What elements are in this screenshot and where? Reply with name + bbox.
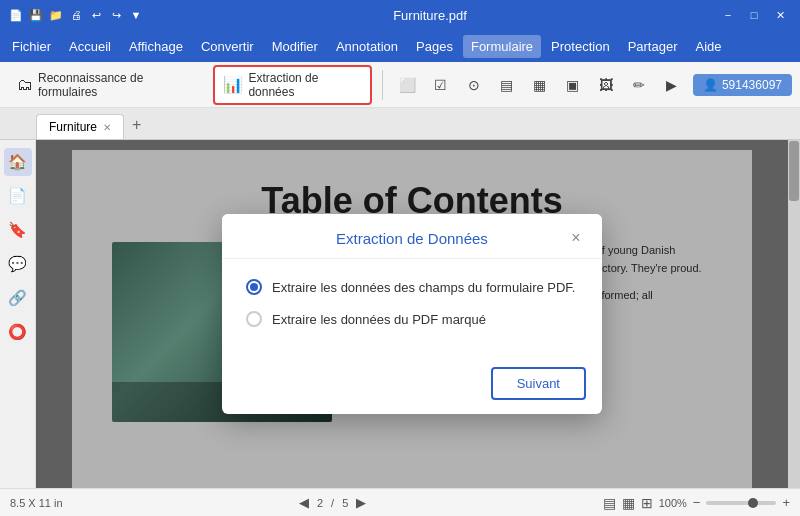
modal-title: Extraction de Données <box>258 230 566 247</box>
image-icon[interactable]: 🖼 <box>591 70 621 100</box>
modal-footer: Suivant <box>222 359 602 414</box>
separator-1 <box>382 70 383 100</box>
menu-protection[interactable]: Protection <box>543 35 618 58</box>
recognition-icon: 🗂 <box>17 76 33 94</box>
radio-circle-2[interactable] <box>246 311 262 327</box>
recognition-btn[interactable]: 🗂 Reconnaissance de formulaires <box>8 66 207 104</box>
prev-page-btn[interactable]: ◀ <box>299 495 309 510</box>
status-bar: 8.5 X 11 in ◀ 2 / 5 ▶ ▤ ▦ ⊞ 100% − + <box>0 488 800 516</box>
main-area: 🏠 📄 🔖 💬 🔗 ⭕ Table of Contents Vancouver … <box>0 140 800 488</box>
right-scrollbar[interactable] <box>788 140 800 488</box>
left-sidebar: 🏠 📄 🔖 💬 🔗 ⭕ <box>0 140 36 488</box>
maximize-button[interactable]: □ <box>742 5 766 25</box>
modal-close-btn[interactable]: × <box>566 228 586 248</box>
signature-icon[interactable]: ✏ <box>624 70 654 100</box>
sidebar-circle-icon[interactable]: ⭕ <box>4 318 32 346</box>
sidebar-bookmark-icon[interactable]: 🔖 <box>4 216 32 244</box>
menu-bar: Fichier Accueil Affichage Convertir Modi… <box>0 30 800 62</box>
zoom-plus-btn[interactable]: + <box>782 495 790 510</box>
menu-pages[interactable]: Pages <box>408 35 461 58</box>
sidebar-comment-icon[interactable]: 💬 <box>4 250 32 278</box>
radio-circle-1[interactable] <box>246 279 262 295</box>
more-icon[interactable]: ▼ <box>128 7 144 23</box>
menu-accueil[interactable]: Accueil <box>61 35 119 58</box>
menu-annotation[interactable]: Annotation <box>328 35 406 58</box>
radio-option-2[interactable]: Extraire les données du PDF marqué <box>246 311 578 327</box>
text-field-icon[interactable]: ⬜ <box>393 70 423 100</box>
extraction-btn[interactable]: 📊 Extraction de données <box>213 65 372 105</box>
new-tab-btn[interactable]: + <box>124 111 149 139</box>
radio-option-1[interactable]: Extraire les données des champs du formu… <box>246 279 578 295</box>
extraction-label: Extraction de données <box>248 71 362 99</box>
menu-convertir[interactable]: Convertir <box>193 35 262 58</box>
extraction-icon: 📊 <box>223 75 243 94</box>
user-id: 591436097 <box>722 78 782 92</box>
page-separator: / <box>331 497 334 509</box>
menu-partager[interactable]: Partager <box>620 35 686 58</box>
menu-aide[interactable]: Aide <box>688 35 730 58</box>
zoom-thumb[interactable] <box>748 498 758 508</box>
title-bar-left: 📄 💾 📁 🖨 ↩ ↪ ▼ <box>8 7 144 23</box>
layout-icon-3[interactable]: ⊞ <box>641 495 653 511</box>
radio-label-1: Extraire les données des champs du formu… <box>272 280 575 295</box>
arrow-icon[interactable]: ▶ <box>657 70 687 100</box>
tab-close-btn[interactable]: ✕ <box>103 122 111 133</box>
user-button[interactable]: 👤 591436097 <box>693 74 792 96</box>
recognition-label: Reconnaissance de formulaires <box>38 71 198 99</box>
status-left: 8.5 X 11 in <box>10 497 63 509</box>
app-icon: 📄 <box>8 7 24 23</box>
close-button[interactable]: ✕ <box>768 5 792 25</box>
sidebar-home-icon[interactable]: 🏠 <box>4 148 32 176</box>
undo-icon[interactable]: ↩ <box>88 7 104 23</box>
list-icon[interactable]: ▤ <box>492 70 522 100</box>
status-center: ◀ 2 / 5 ▶ <box>299 495 366 510</box>
minimize-button[interactable]: − <box>716 5 740 25</box>
layout-icon-1[interactable]: ▤ <box>603 495 616 511</box>
save-icon[interactable]: 💾 <box>28 7 44 23</box>
user-icon: 👤 <box>703 78 718 92</box>
checkbox-icon[interactable]: ☑ <box>426 70 456 100</box>
window-title: Furniture.pdf <box>144 8 716 23</box>
modal-header: Extraction de Données × <box>222 214 602 259</box>
toolbar: 🗂 Reconnaissance de formulaires 📊 Extrac… <box>0 62 800 108</box>
menu-formulaire[interactable]: Formulaire <box>463 35 541 58</box>
tab-bar: 🏠 Furniture ✕ + <box>0 108 800 140</box>
menu-affichage[interactable]: Affichage <box>121 35 191 58</box>
menu-fichier[interactable]: Fichier <box>4 35 59 58</box>
toolbar-right: 👤 591436097 <box>693 74 792 96</box>
status-right: ▤ ▦ ⊞ 100% − + <box>603 495 790 511</box>
zoom-minus-btn[interactable]: − <box>693 495 701 510</box>
multiline-icon[interactable]: ▣ <box>558 70 588 100</box>
folder-icon[interactable]: 📁 <box>48 7 64 23</box>
next-page-btn[interactable]: ▶ <box>356 495 366 510</box>
suivant-button[interactable]: Suivant <box>491 367 586 400</box>
content-area: Table of Contents Vancouver morning in t… <box>36 140 788 488</box>
radio-icon[interactable]: ⊙ <box>459 70 489 100</box>
title-bar: 📄 💾 📁 🖨 ↩ ↪ ▼ Furniture.pdf − □ ✕ <box>0 0 800 30</box>
menu-modifier[interactable]: Modifier <box>264 35 326 58</box>
form-icons: ⬜ ☑ ⊙ ▤ ▦ ▣ 🖼 ✏ ▶ <box>393 70 687 100</box>
sidebar-link-icon[interactable]: 🔗 <box>4 284 32 312</box>
extraction-modal: Extraction de Données × Extraire les don… <box>222 214 602 414</box>
furniture-tab[interactable]: Furniture ✕ <box>36 114 124 139</box>
window-controls: − □ ✕ <box>716 5 792 25</box>
page-size: 8.5 X 11 in <box>10 497 63 509</box>
zoom-slider[interactable] <box>706 501 776 505</box>
tab-label: Furniture <box>49 120 97 134</box>
sidebar-page-icon[interactable]: 📄 <box>4 182 32 210</box>
current-page: 2 <box>317 497 323 509</box>
zoom-level: 100% <box>659 497 687 509</box>
layout-icon-2[interactable]: ▦ <box>622 495 635 511</box>
modal-body: Extraire les données des champs du formu… <box>222 259 602 359</box>
radio-label-2: Extraire les données du PDF marqué <box>272 312 486 327</box>
dropdown-icon[interactable]: ▦ <box>525 70 555 100</box>
redo-icon[interactable]: ↪ <box>108 7 124 23</box>
modal-overlay: Extraction de Données × Extraire les don… <box>36 140 788 488</box>
scrollbar-thumb[interactable] <box>789 141 799 201</box>
total-pages: 5 <box>342 497 348 509</box>
print-icon[interactable]: 🖨 <box>68 7 84 23</box>
